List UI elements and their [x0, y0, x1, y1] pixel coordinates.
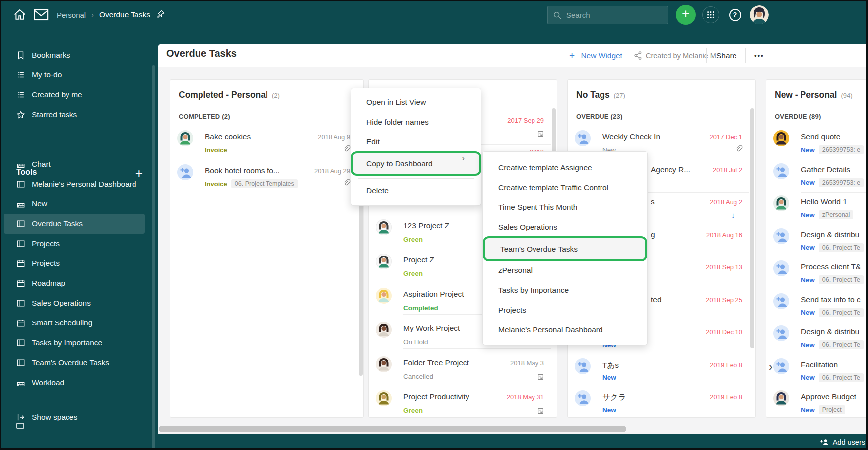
task-title: Aspiration Project [403, 290, 464, 299]
apps-grid-icon[interactable] [702, 6, 719, 23]
home-icon[interactable] [13, 8, 27, 24]
task-card[interactable]: サクラ 2019 Feb 8 New [568, 387, 755, 417]
column-expand-chevron-icon[interactable]: › [769, 360, 773, 374]
column-scrollbar[interactable] [750, 108, 754, 348]
task-title: Hello World 1 [801, 197, 847, 206]
submenu-item[interactable]: Creative template Assignee [483, 158, 647, 178]
task-status: New [801, 244, 815, 251]
assignee-avatar [575, 130, 591, 146]
sidebar-item-label: Bookmarks [32, 51, 70, 60]
task-title: Gather Details [801, 165, 850, 174]
task-card[interactable]: Approve Budget New Project [766, 387, 868, 417]
sidebar-scrollbar[interactable] [152, 65, 155, 450]
task-status: New [602, 406, 616, 414]
sidebar-item[interactable]: Starred tasks [0, 105, 148, 125]
task-due-date: 2019 Feb 8 [710, 361, 742, 369]
task-card[interactable]: Bake cookies 2018 Aug 9 Invoice [170, 127, 363, 161]
sidebar-item[interactable]: Chart [0, 154, 148, 174]
show-spaces-button[interactable]: Show spaces [16, 409, 77, 426]
sidebar-item-icon [16, 51, 25, 60]
sidebar-tools-list: Chart Melanie's Personal Dashboard New [0, 154, 148, 392]
sidebar-item-icon [16, 219, 25, 228]
help-icon[interactable]: ? [727, 6, 743, 23]
assignee-avatar [773, 163, 789, 179]
sidebar-item[interactable]: My to-do [0, 65, 148, 85]
menu-item-open-list-view[interactable]: Open in List View [351, 92, 481, 112]
menu-item-edit[interactable]: Edit [351, 132, 481, 152]
task-card[interactable]: Send quote New 265399753: e [766, 127, 868, 160]
task-card[interactable]: Gather Details New 265399753: e [766, 160, 868, 193]
column-section-label: OVERDUE (23) [576, 113, 749, 126]
task-card[interactable]: Design & distribu New 06. Project Te [766, 225, 868, 257]
menu-item-copy-to-dashboard[interactable]: Copy to Dashboard [353, 153, 479, 174]
page-title: Overdue Tasks [166, 48, 237, 59]
folder-badge: 06. Project Te [819, 243, 864, 252]
task-meta: New Project [801, 405, 868, 415]
submenu-item[interactable]: Projects [483, 300, 647, 320]
star-icon [16, 110, 25, 119]
assign-user-icon [773, 163, 789, 179]
task-card[interactable]: Folder Tree Project 2018 May 3 Cancelled [369, 348, 557, 383]
task-status: New [801, 341, 815, 349]
submenu-item[interactable]: zPersonal [483, 260, 647, 280]
sidebar-item-icon [16, 319, 25, 327]
horizontal-scrollbar[interactable] [159, 426, 626, 432]
task-due-date: 2018 Aug 16 [706, 231, 742, 239]
pin-icon[interactable] [156, 9, 165, 21]
sidebar-item[interactable]: Sales Operations [0, 293, 148, 313]
task-card[interactable]: Process client T& New 06. Project Te [766, 257, 868, 290]
dashboard-icon [16, 239, 25, 248]
header-divider [745, 48, 746, 63]
sidebar-item[interactable]: Bookmarks [0, 45, 148, 65]
task-status: Green [403, 236, 423, 243]
attachment-icon [343, 145, 351, 153]
submenu-item[interactable]: Team's Overdue Tasks [485, 238, 645, 259]
expand-icon[interactable] [537, 373, 544, 381]
sidebar-item[interactable]: Created by me [0, 85, 148, 105]
task-card[interactable]: Hello World 1 New zPersonal [766, 192, 868, 225]
task-card[interactable]: Book hotel rooms fo... 2018 Aug 29 Invoi… [170, 161, 363, 194]
task-card[interactable]: Project Productivity 2018 May 31 Green [369, 383, 557, 417]
user-avatar[interactable] [750, 5, 769, 24]
task-card[interactable]: Facilitation New 06. Project Te [766, 355, 868, 387]
sidebar-item[interactable]: Smart Scheduling [0, 313, 148, 333]
task-card[interactable]: Send tax info to c New 06. Project Te [766, 290, 868, 322]
breadcrumb-section[interactable]: Personal [57, 11, 86, 19]
breadcrumb-page[interactable]: Overdue Tasks [99, 10, 150, 19]
menu-item-hide-folder-names[interactable]: Hide folder names [351, 112, 481, 132]
assign-user-icon [575, 390, 591, 406]
submenu-item[interactable]: Tasks by Importance [483, 280, 647, 300]
sidebar-item[interactable]: Projects [0, 234, 148, 254]
assignee-avatar [177, 130, 193, 146]
submenu-item[interactable]: Sales Operations [483, 217, 647, 237]
search-icon [553, 11, 562, 20]
sidebar-item-icon [16, 299, 25, 308]
sidebar-item[interactable]: Workload [0, 373, 148, 392]
task-card[interactable]: Design & distribu New 06. Project Te [766, 322, 868, 355]
submenu-item[interactable]: Time Spent This Month [483, 197, 647, 217]
more-options-button[interactable]: ••• [754, 44, 764, 67]
search-input[interactable] [566, 11, 656, 19]
sidebar-item[interactable]: New [0, 194, 148, 214]
expand-icon[interactable] [537, 130, 544, 138]
menu-item-delete[interactable]: Delete [351, 181, 481, 200]
submenu-item[interactable]: Creative template Traffic Control [483, 178, 647, 197]
inbox-mail-icon[interactable] [34, 9, 49, 23]
new-widget-button[interactable]: + New Widget [569, 44, 622, 67]
task-list: Send quote New 265399753: e Gather Detai… [766, 127, 868, 417]
sidebar-item[interactable]: Team's Overdue Tasks [0, 353, 148, 373]
share-button[interactable]: Share [716, 44, 736, 67]
sidebar-item[interactable]: Roadmap [0, 273, 148, 293]
sidebar-item[interactable]: Overdue Tasks [4, 214, 145, 234]
sidebar-item[interactable]: Melanie's Personal Dashboard [0, 174, 148, 194]
dashboard-icon [16, 338, 25, 347]
submenu-item[interactable]: Melanie's Personal Dashboard [483, 320, 647, 340]
sidebar-item[interactable]: Projects [0, 254, 148, 273]
create-new-button[interactable]: + [676, 5, 696, 25]
task-card[interactable]: Tあs 2019 Feb 8 New [568, 355, 755, 387]
assignee-avatar [575, 358, 591, 374]
header-divider [623, 48, 623, 63]
expand-icon[interactable] [537, 407, 544, 415]
created-by-button[interactable]: Created by Melanie M [634, 44, 716, 67]
sidebar-item[interactable]: Tasks by Importance [0, 333, 148, 353]
